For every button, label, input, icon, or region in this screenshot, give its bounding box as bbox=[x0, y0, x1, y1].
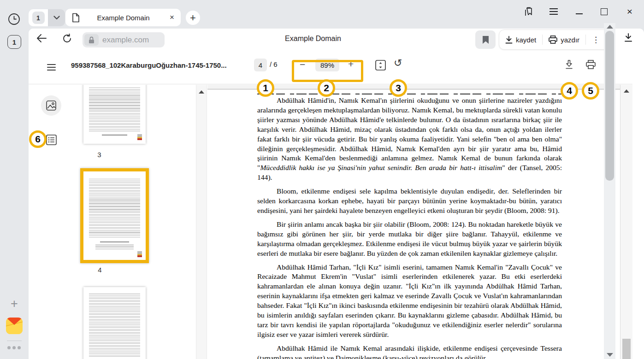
pdf-scrollbar[interactable] bbox=[620, 85, 632, 359]
pdf-scrollbar-thumb[interactable] bbox=[622, 339, 631, 359]
tab-group-expand[interactable] bbox=[48, 9, 65, 26]
paragraph: Abdülhak Hâmid'in, Namık Kemal'ın şiirle… bbox=[257, 96, 562, 182]
pdf-actions-pill: kaydet yazdır ⋮ bbox=[499, 29, 611, 50]
pdf-sidebar-toggle-icon[interactable] bbox=[47, 64, 56, 71]
tab-close-icon[interactable]: × bbox=[167, 13, 174, 22]
image-icon bbox=[46, 100, 56, 111]
thumbnail-label-3: 3 bbox=[65, 151, 165, 159]
window-scrollbar-thumb[interactable] bbox=[605, 31, 614, 181]
new-tab-button[interactable]: + bbox=[186, 11, 200, 25]
paragraph: Abdülhak Hâmid Tarhan, "İçli Kız" isimli… bbox=[257, 263, 562, 340]
downloads-icon[interactable] bbox=[624, 33, 632, 42]
minimize-button[interactable] bbox=[573, 6, 585, 18]
page-total: / 6 bbox=[270, 60, 278, 68]
yandex-mail-icon[interactable] bbox=[6, 318, 23, 334]
thumbnail-panel: 3 4 bbox=[65, 85, 196, 359]
pdf-body: 3 4 Abdülhak Hâmid'in, Namık Kemal'ın şi… bbox=[29, 85, 632, 359]
fit-page-icon[interactable] bbox=[375, 60, 386, 71]
left-rail: 1 + bbox=[0, 0, 29, 359]
pdf-filename: 959387568_102KaraburguOğuzhan-1745-1750.… bbox=[71, 61, 237, 69]
scroll-up-icon[interactable] bbox=[199, 90, 204, 94]
printer-icon bbox=[549, 35, 557, 44]
close-button[interactable]: × bbox=[624, 6, 636, 18]
window-scrollbar[interactable] bbox=[604, 23, 615, 359]
outline-view-button[interactable] bbox=[46, 135, 57, 145]
pdf-page: Abdülhak Hâmid'in, Namık Kemal'ın şiirle… bbox=[207, 89, 620, 359]
tab-example-domain[interactable]: Example Domain × bbox=[65, 9, 181, 26]
back-icon[interactable] bbox=[36, 34, 47, 42]
page-icon bbox=[72, 13, 80, 23]
address-bar[interactable]: example.com bbox=[83, 32, 165, 47]
thumbnail-scrollbar[interactable] bbox=[196, 85, 207, 359]
thumbnail-page-3[interactable] bbox=[83, 85, 146, 144]
chevron-down-icon bbox=[53, 16, 60, 20]
browser-toolbar: example.com Example Domain kaydet yazdır… bbox=[29, 29, 644, 51]
paragraph: Bloom, etkilenme endişesi sele kapılma b… bbox=[257, 187, 562, 216]
tab-title: Example Domain bbox=[80, 14, 167, 22]
actions-more-icon[interactable]: ⋮ bbox=[586, 35, 606, 45]
workspace-1-button[interactable]: 1 bbox=[7, 35, 21, 49]
rail-divider bbox=[7, 341, 22, 341]
browser-content: example.com Example Domain kaydet yazdır… bbox=[29, 29, 644, 359]
maximize-button[interactable] bbox=[598, 6, 610, 18]
list-icon bbox=[46, 135, 57, 145]
pdf-toolbar: 959387568_102KaraburguOğuzhan-1745-1750.… bbox=[29, 51, 632, 84]
bookmark-icon[interactable] bbox=[475, 30, 496, 49]
history-clock-icon[interactable] bbox=[8, 13, 20, 25]
bookmarks-panel-icon[interactable] bbox=[523, 6, 535, 18]
tab-group-chip[interactable]: 1 bbox=[29, 9, 65, 26]
document-title: Example Domain bbox=[285, 35, 341, 43]
document-text: Abdülhak Hâmid'in, Namık Kemal'ın şiirle… bbox=[257, 96, 562, 359]
url-text: example.com bbox=[102, 35, 149, 45]
clipped-text-line bbox=[257, 90, 562, 94]
pdf-print-icon[interactable] bbox=[586, 60, 596, 69]
download-icon bbox=[505, 36, 513, 44]
zoom-level[interactable]: 89% bbox=[315, 59, 339, 71]
rail-plus-icon[interactable]: + bbox=[8, 297, 21, 310]
print-button[interactable]: yazdır bbox=[543, 35, 585, 44]
rail-more-dots[interactable] bbox=[7, 346, 21, 349]
paragraph: Abdülhak Hâmid ile Namık Kemal arasındak… bbox=[257, 344, 562, 359]
rotate-icon[interactable]: ↺ bbox=[394, 57, 402, 69]
scroll-up-icon[interactable] bbox=[624, 89, 629, 93]
thumbnail-label-4: 4 bbox=[65, 266, 165, 274]
tab-group-count[interactable]: 1 bbox=[29, 9, 48, 26]
save-button[interactable]: kaydet bbox=[499, 36, 542, 44]
save-label: kaydet bbox=[516, 36, 536, 44]
thumbnail-page-5[interactable] bbox=[83, 287, 146, 359]
scroll-up-icon[interactable] bbox=[607, 25, 613, 29]
browser-menu-icon[interactable] bbox=[548, 6, 560, 18]
thumbnails-view-button[interactable] bbox=[41, 95, 61, 116]
zoom-out-button[interactable]: − bbox=[300, 59, 305, 70]
lock-icon[interactable] bbox=[84, 34, 99, 46]
page-gap bbox=[207, 85, 620, 89]
reload-icon[interactable] bbox=[62, 34, 72, 43]
pdf-download-icon[interactable] bbox=[565, 60, 573, 69]
print-label: yazdır bbox=[561, 36, 579, 44]
thumbnail-page-4-selected[interactable] bbox=[80, 168, 149, 263]
scroll-down-icon[interactable] bbox=[607, 353, 613, 357]
zoom-in-button[interactable]: + bbox=[348, 59, 354, 70]
envelope-flap bbox=[6, 318, 23, 325]
paragraph: Bir şiirin anlamı ancak başka bir şiir o… bbox=[257, 220, 562, 259]
page-number-input[interactable]: 4 bbox=[254, 59, 267, 71]
